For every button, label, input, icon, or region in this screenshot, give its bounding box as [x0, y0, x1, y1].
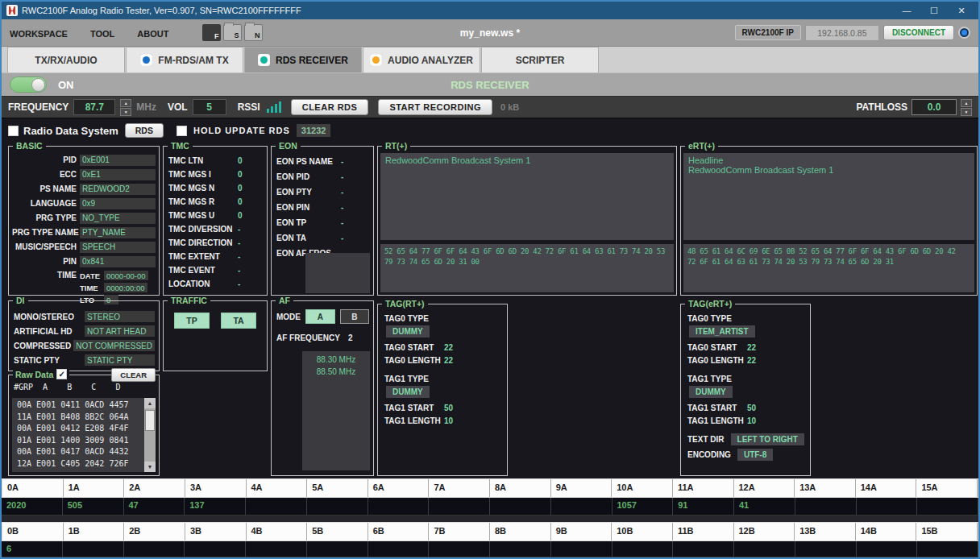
af-mode-a-button[interactable]: A — [305, 309, 335, 324]
raw-data-row: 00A E001 0411 0ACD 4457 — [12, 400, 144, 412]
group-a-value-cell — [429, 498, 490, 515]
field-label: TMC EXTENT — [168, 252, 220, 261]
scroll-up-icon[interactable]: ▲ — [144, 398, 156, 408]
tmc-row: TMC MGS R 0 — [168, 195, 263, 209]
field-value: - — [341, 157, 343, 166]
raw-data-panel: Raw Data ✓ CLEAR #GRP A B C D 00A E001 0… — [8, 375, 160, 476]
arrow-down-icon[interactable]: ▼ — [120, 108, 131, 116]
raw-data-checkbox[interactable]: ✓ — [56, 369, 67, 379]
field-value: - — [238, 280, 240, 288]
tab-audio-analyzer[interactable]: AUDIO ANALYZER — [363, 47, 480, 72]
arrow-up-icon[interactable]: ▲ — [120, 99, 131, 107]
field-value: NO_TYPE — [80, 213, 156, 224]
field-value: SPEECH — [80, 242, 156, 253]
group-b-header-cell: 5B — [307, 523, 368, 540]
tab-rds-receiver[interactable]: RDS RECEIVER — [244, 47, 362, 72]
group-a-header-cell: 0A — [2, 479, 64, 497]
field-value: 0 — [238, 156, 243, 165]
tab-tx-rx-audio[interactable]: TX/RX/AUDIO — [7, 47, 125, 72]
af-frequency-label: AF FREQUENCY — [276, 333, 340, 342]
rt-hex-display: 52 65 64 77 6F 6F 64 43 6F 6D 6D 20 42 7… — [380, 244, 674, 292]
group-b-header-cell: 10B — [612, 523, 673, 540]
rssi-label: RSSI — [238, 101, 260, 113]
field-label: MUSIC/SPEECH — [12, 242, 80, 251]
workspace-form-icon[interactable]: F — [202, 24, 221, 41]
power-toggle-label: ON — [58, 79, 74, 91]
vol-field[interactable]: 5 — [193, 99, 226, 115]
tab-fm-rds-am-tx[interactable]: FM-RDS/AM TX — [126, 47, 243, 72]
group-b-value-cell — [368, 541, 430, 557]
raw-data-row: 00A E001 0412 E208 4F4F — [12, 423, 144, 435]
group-b-header-cell: 14B — [856, 523, 917, 540]
hold-update-checkbox[interactable] — [176, 126, 187, 136]
start-recording-button[interactable]: START RECORDING — [378, 99, 492, 115]
field-label: EON PTY — [276, 188, 312, 197]
rds-button[interactable]: RDS — [125, 123, 164, 138]
eon-row: EON TP - — [276, 215, 369, 230]
group-b-header-cell: 8B — [490, 523, 551, 540]
group-b-value-cell — [551, 541, 612, 557]
close-icon[interactable]: ✕ — [948, 2, 975, 19]
new-workspace-icon[interactable]: N — [244, 24, 263, 41]
tmc-row: LOCATION - — [168, 277, 263, 291]
minimize-icon[interactable]: — — [893, 2, 920, 19]
disconnect-button[interactable]: DISCONNECT — [883, 25, 954, 40]
group-b-header-cell: 1B — [64, 523, 125, 540]
group-a-header-cell: 8A — [490, 479, 551, 497]
tag-ert-panel: TAG(eRT+) TAG0 TYPE ITEM_ARTIST TAG0 STA… — [680, 304, 811, 476]
rt-text-display: RedwoodComm Broadcast System 1 — [380, 153, 674, 240]
ip-label: RWC2100F IP — [735, 25, 801, 40]
raw-data-title: Raw Data — [15, 370, 53, 379]
tag0-start-label: TAG0 START — [384, 343, 444, 352]
pathloss-field[interactable]: 0.0 — [911, 99, 957, 115]
scroll-thumb[interactable] — [145, 410, 155, 431]
save-workspace-icon[interactable]: S — [223, 24, 242, 41]
tag0-type-value: ITEM_ARTIST — [689, 325, 755, 337]
group-b-value-cell — [795, 541, 857, 557]
scroll-down-icon[interactable]: ▼ — [144, 462, 156, 472]
tab-scripter[interactable]: SCRIPTER — [481, 47, 599, 72]
frequency-field[interactable]: 87.7 — [73, 99, 115, 115]
ta-button[interactable]: TA — [221, 313, 256, 329]
titlebar: RWC2100F Analog Radio Tester, Ver=0.907,… — [2, 2, 978, 19]
group-a-value-cell: 1057 — [612, 498, 674, 515]
menu-item[interactable]: WORKSPACE — [10, 29, 68, 39]
group-b-header-row: 0B 1B 2B 3B 4B 5B 6B 7B 8B 9B 10B 11B 12… — [2, 522, 978, 541]
frequency-stepper[interactable]: ▲ ▼ — [120, 99, 131, 116]
field-label: PS NAME — [12, 184, 80, 193]
arrow-up-icon[interactable]: ▲ — [961, 99, 972, 107]
group-a-value-cell — [857, 498, 918, 515]
raw-clear-button[interactable]: CLEAR — [111, 368, 156, 382]
group-a-value-cell: 137 — [185, 498, 246, 515]
power-row: ON RDS RECEIVER — [2, 72, 978, 96]
window-title: RWC2100F Analog Radio Tester, Ver=0.907,… — [22, 6, 301, 15]
pathloss-stepper[interactable]: ▲ ▼ — [961, 99, 972, 116]
ip-input[interactable] — [805, 25, 879, 41]
table-divider — [2, 516, 978, 522]
tmc-row: TMC DIVERSION - — [168, 222, 263, 236]
maximize-icon[interactable]: ☐ — [920, 2, 948, 19]
tmc-row: TMC MGS N 0 — [168, 181, 263, 195]
power-toggle[interactable] — [10, 77, 47, 93]
di-panel-title: DI — [13, 296, 28, 305]
rssi-signal-icon — [267, 101, 281, 113]
field-label: MONO/STEREO — [14, 313, 85, 321]
tag1-type-label: TAG1 TYPE — [384, 375, 502, 383]
tag1-type-label: TAG1 TYPE — [687, 375, 805, 383]
field-value: 0xE001 — [80, 155, 156, 166]
af-mode-b-button[interactable]: B — [340, 309, 370, 324]
tp-button[interactable]: TP — [174, 313, 210, 329]
clear-rds-button[interactable]: CLEAR RDS — [291, 99, 369, 115]
arrow-down-icon[interactable]: ▼ — [961, 108, 972, 116]
time-row: DATE 0000-00-00 — [80, 270, 156, 281]
traffic-panel: TRAFFIC TP TA — [163, 300, 268, 371]
di-row: ARTIFICIAL HD NOT ART HEAD — [14, 324, 155, 338]
radio-data-system-checkbox[interactable] — [8, 126, 19, 136]
menu-item[interactable]: TOOL — [90, 29, 114, 39]
menu-item[interactable]: ABOUT — [137, 29, 168, 39]
basic-row: PRG TYPE NO_TYPE — [12, 211, 156, 225]
recording-size: 0 kB — [500, 102, 519, 112]
tmc-rows: TMC LTN 0 TMC MGS I 0 TMC MGS N 0 TMC MG… — [168, 154, 263, 291]
raw-data-scrollbar[interactable]: ▲ ▼ — [144, 398, 156, 472]
field-value: STEREO — [85, 311, 155, 322]
